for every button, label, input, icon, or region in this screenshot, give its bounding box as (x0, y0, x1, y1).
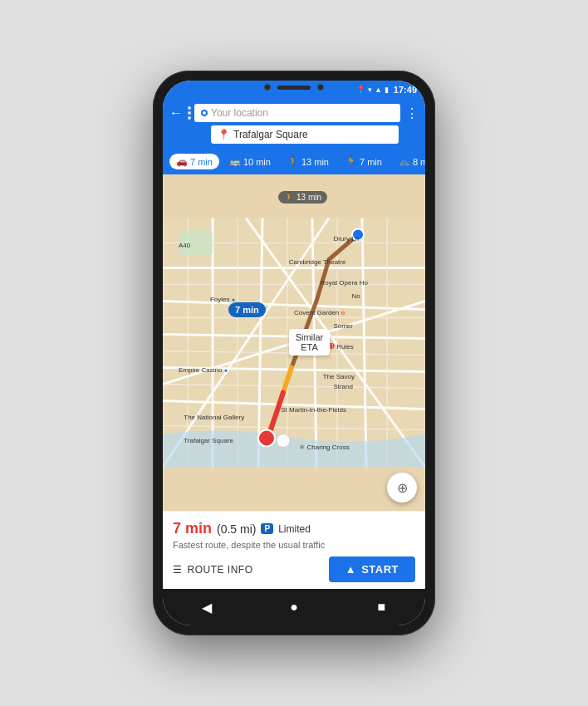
route-summary: 7 min (0.5 mi) P Limited (173, 520, 415, 537)
from-row: ← Your location ⋮ (169, 104, 419, 122)
signal-icon: ▲ (375, 86, 382, 94)
nav-home-button[interactable]: ● (279, 592, 309, 622)
transit-icon: 🚌 (229, 156, 241, 167)
recent-nav-icon: ■ (377, 600, 385, 615)
walk-icon: 🚶 (287, 156, 299, 167)
route-dots (188, 106, 191, 120)
bottom-actions: ☰ ROUTE INFO ▲ START (173, 556, 415, 582)
run-icon: 🏃 (345, 156, 357, 167)
nav-header: ← Your location ⋮ 📍 Trafalgar Square (163, 99, 425, 150)
label-no: No (352, 292, 360, 300)
nav-recent-button[interactable]: ■ (366, 592, 396, 622)
destination-pin-icon: 📍 (218, 129, 230, 140)
crosshair-icon: ⊕ (397, 480, 408, 496)
label-covent-garden: Covent Garden ⊖ (294, 309, 345, 316)
route-distance: (0.5 mi) (217, 522, 256, 536)
to-location-text: Trafalgar Square (233, 129, 308, 140)
walk-time: 13 min (301, 157, 329, 167)
phone-frame: 📍 ▾ ▲ ▮ 17:49 ← Your location ⋮ (153, 71, 435, 635)
cycle-time: 8 m (413, 157, 425, 167)
tab-cycle[interactable]: 🚲 8 m (392, 154, 425, 169)
svg-point-28 (277, 434, 290, 448)
parking-status: Limited (278, 523, 311, 535)
label-a40: A40 (179, 242, 190, 249)
route-info-label: ROUTE INFO (188, 564, 253, 576)
back-nav-icon: ◀ (202, 600, 212, 615)
label-royal-opera: Royal Opera Ho (321, 279, 368, 287)
similar-eta-text: SimilarETA (296, 332, 324, 352)
label-st-martin: St Martin-in-the-Fields (281, 406, 346, 414)
similar-eta-box: SimilarETA (289, 329, 331, 355)
to-row: 📍 Trafalgar Square (169, 125, 419, 144)
drive-time: 7 min (190, 157, 213, 167)
battery-icon: ▮ (385, 86, 389, 94)
svg-point-27 (258, 430, 275, 447)
tab-bike[interactable]: 🏃 7 min (339, 154, 389, 169)
label-empire: Empire Casino ● (179, 366, 228, 374)
route-time: 7 min (173, 520, 212, 537)
cycle-icon: 🚲 (399, 156, 410, 167)
label-drury: Drury Ln (333, 235, 359, 243)
label-rules: ⓫ Rules (328, 343, 354, 351)
tab-drive[interactable]: 🚗 7 min (169, 154, 219, 169)
label-somer: Somer (333, 322, 353, 330)
from-location-text: Your location (211, 107, 268, 119)
speaker (277, 86, 311, 90)
walking-time: 13 min (296, 193, 321, 202)
nav-back-button[interactable]: ◀ (192, 592, 222, 622)
start-button[interactable]: ▲ START (329, 556, 415, 582)
route-description: Fastest route, despite the usual traffic (173, 540, 415, 550)
location-status-icon: 📍 (356, 86, 365, 94)
start-label: START (361, 563, 399, 576)
walking-bubble: 🚶 13 min (278, 191, 327, 203)
route-info-button[interactable]: ☰ ROUTE INFO (173, 564, 253, 576)
label-trafalgar: Trafalgar Square (184, 437, 233, 444)
transit-time: 10 min (243, 157, 271, 167)
map-area[interactable]: ⊖ A40 Foyles ● Cambridge Theatre Royal O… (163, 174, 425, 511)
more-button[interactable]: ⋮ (405, 105, 419, 121)
label-savoy: The Savoy (323, 373, 355, 380)
walk-icon-bubble: 🚶 (284, 193, 294, 202)
back-button[interactable]: ← (169, 105, 183, 120)
bottom-panel: 7 min (0.5 mi) P Limited Fastest route, … (163, 511, 425, 589)
driving-time: 7 min (235, 305, 259, 315)
camera2 (317, 84, 324, 91)
label-charing: ⚛ Charing Cross (299, 444, 349, 451)
tab-transit[interactable]: 🚌 10 min (223, 154, 277, 169)
label-strand: Strand (333, 383, 353, 390)
wifi-icon: ▾ (368, 86, 372, 94)
location-button[interactable]: ⊕ (387, 473, 417, 503)
label-cambridge: Cambridge Theatre (289, 258, 346, 266)
parking-badge: P (261, 523, 273, 534)
bottom-nav: ◀ ● ■ (163, 589, 425, 625)
driving-bubble[interactable]: 7 min (228, 302, 266, 317)
tab-walk[interactable]: 🚶 13 min (281, 154, 336, 169)
list-icon: ☰ (173, 564, 183, 576)
drive-icon: 🚗 (176, 156, 188, 167)
from-search-box[interactable]: Your location (194, 104, 400, 122)
to-search-box[interactable]: 📍 Trafalgar Square (211, 125, 399, 144)
status-icons: 📍 ▾ ▲ ▮ (356, 86, 389, 94)
from-location-icon (201, 110, 208, 116)
label-foyles: Foyles ● (210, 296, 235, 303)
home-nav-icon: ● (290, 600, 298, 615)
status-time: 17:49 (394, 85, 417, 95)
label-national-gallery: The National Gallery (184, 414, 244, 421)
phone-screen: 📍 ▾ ▲ ▮ 17:49 ← Your location ⋮ (163, 81, 425, 625)
transport-tabs: 🚗 7 min 🚌 10 min 🚶 13 min 🏃 7 min 🚲 8 m (163, 150, 425, 174)
camera (264, 84, 271, 91)
run-time: 7 min (360, 157, 382, 167)
navigate-icon: ▲ (345, 563, 356, 576)
